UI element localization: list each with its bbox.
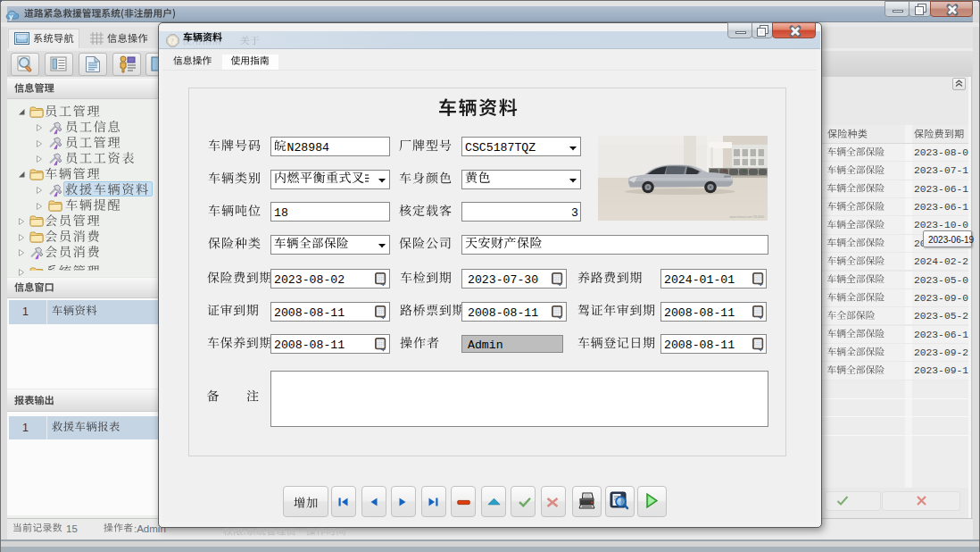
svg-text:?: ? <box>170 37 174 45</box>
svg-text:y: y <box>9 13 13 21</box>
svg-text:www.chexun.com CN-0000: www.chexun.com CN-0000 <box>730 215 765 219</box>
